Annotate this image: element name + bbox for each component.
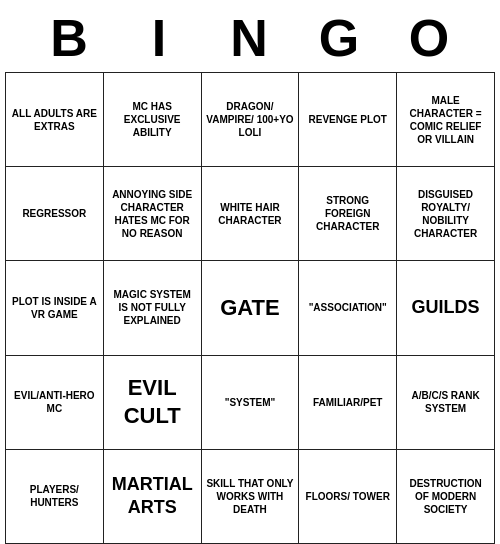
cell-2-3: "ASSOCIATION" xyxy=(299,261,397,355)
cell-0-3: REVENGE PLOT xyxy=(299,73,397,167)
cell-2-0: PLOT IS INSIDE A VR GAME xyxy=(6,261,104,355)
cell-1-1: ANNOYING SIDE CHARACTER HATES MC FOR NO … xyxy=(103,167,201,261)
letter-g: G xyxy=(295,8,385,68)
letter-i: I xyxy=(115,8,205,68)
cell-2-4: GUILDS xyxy=(397,261,495,355)
cell-2-1: MAGIC SYSTEM IS NOT FULLY EXPLAINED xyxy=(103,261,201,355)
cell-3-2: "SYSTEM" xyxy=(201,355,299,449)
cell-1-0: REGRESSOR xyxy=(6,167,104,261)
cell-1-4: DISGUISED ROYALTY/ NOBILITY CHARACTER xyxy=(397,167,495,261)
cell-0-1: MC HAS EXCLUSIVE ABILITY xyxy=(103,73,201,167)
bingo-grid: ALL ADULTS ARE EXTRASMC HAS EXCLUSIVE AB… xyxy=(5,72,495,544)
cell-3-4: A/B/C/S RANK SYSTEM xyxy=(397,355,495,449)
cell-4-2: SKILL THAT ONLY WORKS WITH DEATH xyxy=(201,449,299,543)
cell-4-4: DESTRUCTION OF MODERN SOCIETY xyxy=(397,449,495,543)
cell-1-3: STRONG FOREIGN CHARACTER xyxy=(299,167,397,261)
letter-n: N xyxy=(205,8,295,68)
letter-o: O xyxy=(385,8,475,68)
cell-1-2: WHITE HAIR CHARACTER xyxy=(201,167,299,261)
cell-2-2: GATE xyxy=(201,261,299,355)
cell-3-0: EVIL/ANTI-HERO MC xyxy=(6,355,104,449)
bingo-title: B I N G O xyxy=(0,0,500,72)
cell-0-4: MALE CHARACTER = COMIC RELIEF OR VILLAIN xyxy=(397,73,495,167)
letter-b: B xyxy=(25,8,115,68)
cell-4-0: PLAYERS/ HUNTERS xyxy=(6,449,104,543)
cell-3-3: FAMILIAR/PET xyxy=(299,355,397,449)
cell-4-1: MARTIAL ARTS xyxy=(103,449,201,543)
cell-3-1: EVIL CULT xyxy=(103,355,201,449)
cell-0-2: DRAGON/ VAMPIRE/ 100+YO LOLI xyxy=(201,73,299,167)
cell-0-0: ALL ADULTS ARE EXTRAS xyxy=(6,73,104,167)
cell-4-3: FLOORS/ TOWER xyxy=(299,449,397,543)
